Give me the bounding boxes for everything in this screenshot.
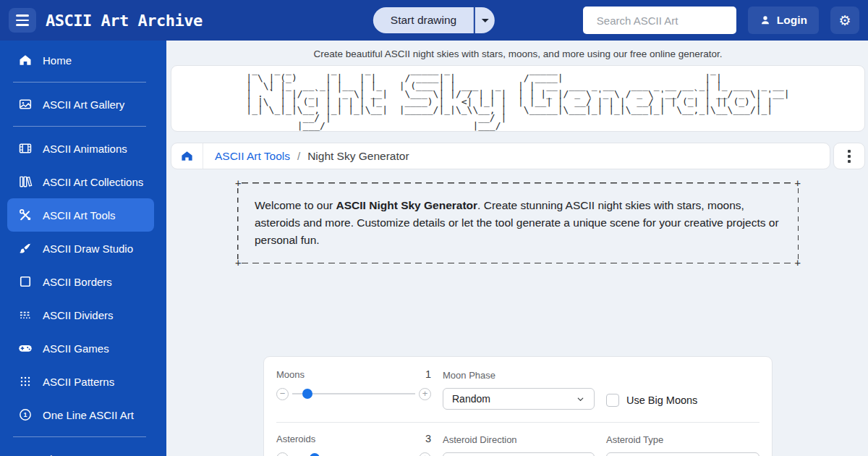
- sidebar-item-ascii-art-tools[interactable]: ASCII Art Tools: [7, 198, 154, 232]
- start-drawing-button[interactable]: Start drawing: [373, 7, 474, 33]
- moons-slider-thumb[interactable]: [302, 389, 312, 399]
- sidebar-item-ascii-patterns[interactable]: ASCII Patterns: [7, 365, 154, 398]
- dashes-icon: [17, 307, 33, 323]
- moon-phase-select[interactable]: Random: [443, 388, 595, 410]
- use-big-moons-checkbox[interactable]: [606, 394, 619, 407]
- moon-phase-selected-value: Random: [452, 393, 490, 405]
- welcome-box: + + + + Welcome to our ASCII Night Sky G…: [237, 182, 799, 263]
- sidebar-item-ascii-art-gallery[interactable]: ASCII Art Gallery: [7, 88, 154, 121]
- dots-grid-icon: [17, 373, 33, 389]
- brush-icon: [17, 240, 33, 256]
- login-button[interactable]: Login: [748, 7, 819, 34]
- square-icon: [17, 274, 33, 290]
- asteroid-direction-control: Asteroid Direction: [443, 433, 595, 456]
- start-drawing-split-button: Start drawing: [373, 7, 495, 33]
- controls-divider: [276, 422, 760, 423]
- big-moons-control: Use Big Moons: [606, 391, 760, 410]
- moons-control: Moons 1 − +: [276, 368, 431, 410]
- ascii-banner-card: _ _ _ _ _ _____ _ _____ _ | \ | (_) | | …: [171, 65, 865, 132]
- moons-slider-track[interactable]: [292, 393, 415, 394]
- asteroid-type-control: Asteroid Type: [606, 433, 760, 456]
- sidebar-item-ascii-art-collections[interactable]: ASCII Art Collections: [7, 165, 154, 198]
- moons-value: 1: [425, 368, 431, 380]
- moons-label: Moons: [276, 369, 305, 380]
- gallery-icon: [17, 96, 33, 112]
- sidebar-item-one-line-ascii-art[interactable]: 1 One Line ASCII Art: [7, 398, 154, 431]
- sidebar-item-ascii-draw-studio[interactable]: ASCII Draw Studio: [7, 232, 154, 265]
- asteroids-plus-button[interactable]: +: [419, 452, 431, 456]
- caret-down-icon: [482, 19, 489, 22]
- tools-icon: [17, 207, 33, 223]
- moon-phase-label: Moon Phase: [443, 370, 495, 381]
- moons-minus-button[interactable]: −: [276, 388, 289, 400]
- search-box[interactable]: [583, 7, 736, 34]
- breadcrumb-home-icon: [180, 149, 194, 163]
- books-icon: [17, 174, 33, 190]
- asteroid-type-select[interactable]: [606, 452, 760, 456]
- home-icon: [17, 52, 33, 68]
- page-tagline: Create beautiful ASCII night skies with …: [171, 41, 865, 65]
- user-icon: [760, 14, 771, 26]
- start-drawing-caret-button[interactable]: [475, 7, 495, 33]
- corner-plus: +: [235, 259, 241, 266]
- film-icon: [17, 140, 33, 156]
- svg-text:1: 1: [24, 411, 27, 418]
- sidebar-divider: [13, 436, 146, 437]
- sidebar: Home ASCII Art Gallery ASCII Animations …: [0, 41, 166, 456]
- breadcrumb-current-page: Night Sky Generator: [307, 150, 409, 163]
- asteroids-minus-button[interactable]: −: [276, 452, 289, 456]
- asteroid-direction-select[interactable]: [443, 452, 595, 456]
- corner-plus: +: [235, 180, 241, 187]
- breadcrumb: ASCII Art Tools / Night Sky Generator: [171, 143, 830, 169]
- sidebar-item-home[interactable]: Home: [7, 43, 154, 77]
- sidebar-divider: [13, 82, 146, 83]
- asteroids-control: Asteroids 3 − +: [276, 433, 431, 456]
- shop-icon: [17, 451, 33, 456]
- generator-controls-panel: Moons 1 − + Moon Phase Random: [263, 356, 773, 456]
- corner-plus: +: [795, 180, 801, 187]
- chevron-down-icon: [576, 394, 585, 404]
- sidebar-divider: [13, 126, 146, 127]
- asteroid-direction-label: Asteroid Direction: [443, 434, 517, 445]
- asteroid-type-label: Asteroid Type: [606, 434, 663, 445]
- sidebar-item-ascii-borders[interactable]: ASCII Borders: [7, 265, 154, 298]
- use-big-moons-label: Use Big Moons: [626, 394, 697, 406]
- app-header: ASCII Art Archive Start drawing Login ⚙: [0, 0, 868, 41]
- asteroids-slider-thumb[interactable]: [310, 453, 320, 456]
- breadcrumb-home-button[interactable]: [171, 143, 203, 169]
- hamburger-menu-button[interactable]: [9, 8, 36, 33]
- kebab-icon: [848, 150, 851, 153]
- sidebar-item-shop[interactable]: Shop: [7, 442, 154, 456]
- asteroids-label: Asteroids: [276, 434, 315, 444]
- breadcrumb-separator: /: [297, 150, 300, 162]
- settings-button[interactable]: ⚙: [830, 7, 859, 34]
- sidebar-item-ascii-games[interactable]: ASCII Games: [7, 332, 154, 365]
- main-content: Create beautiful ASCII night skies with …: [166, 41, 868, 456]
- moon-phase-control: Moon Phase Random: [443, 368, 595, 410]
- welcome-text-bold: ASCII Night Sky Generator: [336, 199, 478, 211]
- asteroids-value: 3: [425, 433, 431, 444]
- search-input[interactable]: [597, 14, 741, 27]
- page-options-kebab-button[interactable]: [833, 143, 865, 169]
- app-title: ASCII Art Archive: [46, 12, 203, 30]
- corner-plus: +: [795, 259, 801, 266]
- ascii-banner-art: _ _ _ _ _ _____ _ _____ _ | \ | (_) | | …: [246, 67, 789, 130]
- welcome-text-prefix: Welcome to our: [255, 199, 336, 211]
- gamepad-icon: [17, 340, 33, 356]
- gear-icon: ⚙: [838, 12, 851, 29]
- login-label: Login: [777, 14, 807, 27]
- hamburger-icon: [16, 14, 29, 16]
- sidebar-item-ascii-dividers[interactable]: ASCII Dividers: [7, 298, 154, 332]
- breadcrumb-link-ascii-art-tools[interactable]: ASCII Art Tools: [215, 150, 290, 163]
- one-circle-icon: 1: [17, 407, 33, 423]
- sidebar-item-ascii-animations[interactable]: ASCII Animations: [7, 132, 154, 165]
- moons-plus-button[interactable]: +: [419, 388, 431, 400]
